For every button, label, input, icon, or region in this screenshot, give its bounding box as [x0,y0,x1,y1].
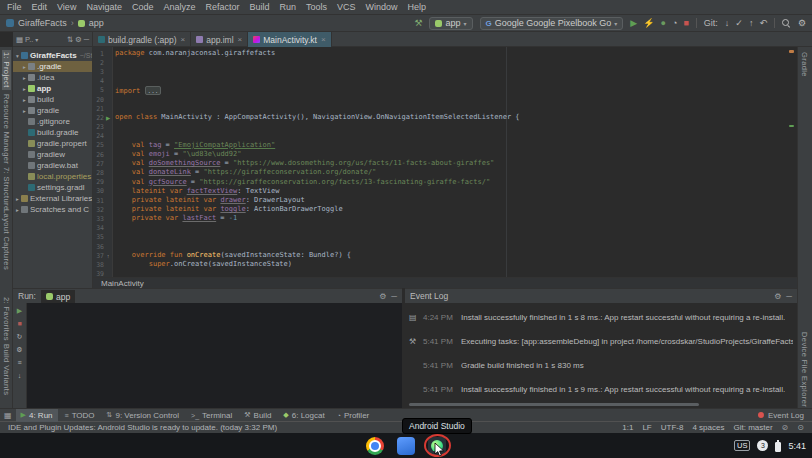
panel-settings-gear-icon[interactable]: ⚙ [75,35,82,44]
expand-arrow-icon[interactable]: ▾ [14,53,21,59]
tree-item-app[interactable]: ▸app [13,83,92,94]
run-gutter-icon[interactable]: ▶ [104,115,112,121]
search-everywhere-icon[interactable] [782,19,791,28]
menu-view[interactable]: View [52,2,81,12]
tool-window-button-2-favorites[interactable]: 2: Favorites [2,295,11,343]
tool-window-button-1-project[interactable]: 1: Project [2,50,11,90]
tree-item-settings-gradl[interactable]: settings.gradl [13,182,92,193]
tool-window-button-layout-captures[interactable]: Layout Captures [2,207,11,272]
tool-window-button-gradle[interactable]: Gradle [800,50,809,79]
tree-item-external-libraries[interactable]: ▸External Libraries [13,193,92,204]
tool-window-switcher-icon[interactable]: ▦ [4,411,12,420]
tree-item-build-gradle[interactable]: build.gradle [13,127,92,138]
tree-item-giraffefacts[interactable]: ▾GiraffeFacts~/Stu [13,50,92,61]
editor-tab-app-iml[interactable]: app.iml× [191,32,248,47]
expand-arrow-icon[interactable]: ▸ [21,86,28,92]
status-caret-position[interactable]: 1:1 [622,423,633,432]
debug-button[interactable]: ● [661,19,666,28]
menu-refactor[interactable]: Refactor [200,2,244,12]
editor-tab-build-gradle-app[interactable]: build.gradle (:app)× [93,32,191,47]
tree-item-gradle[interactable]: ▸gradle [13,105,92,116]
restart-activity-button[interactable]: ↻ [17,333,23,340]
chrome-app-icon[interactable] [366,437,384,455]
scroll-to-end-icon[interactable]: ↓ [18,372,22,379]
tree-item-local-properties[interactable]: local.properties [13,171,92,182]
tool-window-button-device-file-explorer[interactable]: Device File Explorer [800,330,809,409]
override-gutter-icon[interactable]: ↑ [104,253,112,259]
git-push-button[interactable]: ↑ [749,19,754,28]
git-commit-button[interactable]: ✓ [735,19,743,28]
minimize-panel-icon[interactable]: ─ [786,292,792,301]
tool-window-tab-todo[interactable]: ≡TODO [60,409,100,422]
tree-item-build[interactable]: ▸build [13,94,92,105]
tool-window-tab-build[interactable]: ⚒Build [239,409,276,422]
event-log-button[interactable]: Event Log [758,411,808,420]
hide-panel-icon[interactable]: ─ [84,35,89,44]
project-view-grid-icon[interactable]: ▦ [16,35,23,44]
tool-window-tab-terminal[interactable]: >_Terminal [186,409,237,422]
expand-arrow-icon[interactable]: ▸ [21,97,28,103]
tool-window-tab-6-logcat[interactable]: ◆6: Logcat [278,409,329,422]
expand-arrow-icon[interactable]: ▸ [14,207,21,213]
breadcrumb-project[interactable]: GiraffeFacts [18,18,67,28]
status-line-ending[interactable]: LF [642,423,651,432]
tool-window-tab-4-run[interactable]: ▶4: Run [16,409,58,422]
console-settings-icon[interactable]: ⚙ [16,346,22,353]
clock[interactable]: 5:41 [788,441,806,451]
menu-help[interactable]: Help [403,2,432,12]
run-configuration-select[interactable]: app ▾ [429,17,472,30]
stop-button[interactable]: ■ [683,19,688,28]
notifications-bell-icon[interactable]: ⊙ [797,423,804,432]
tool-window-button-build-variants[interactable]: Build Variants [2,342,11,397]
device-select[interactable]: G Google Google Pixelbook Go ▾ [480,17,624,30]
editor-tab-mainactivity-kt[interactable]: MainActivity.kt× [248,32,331,47]
breadcrumb-class[interactable]: MainActivity [101,279,144,288]
expand-arrow-icon[interactable]: ▸ [21,75,28,81]
tree-item-gradle-propert[interactable]: gradle.propert [13,138,92,149]
tool-window-tab-profiler[interactable]: ◔Profiler [332,409,375,422]
code-lines[interactable]: package com.naranjaconsal.giraffefactsim… [115,47,797,277]
keyboard-layout-indicator[interactable]: US [734,440,750,451]
tree-item-gradlew[interactable]: gradlew [13,149,92,160]
menu-vcs[interactable]: VCS [332,2,361,12]
taskbar-status-area[interactable]: US 3 5:41 [734,433,806,458]
run-tab-app[interactable]: app [41,290,75,303]
panel-settings-gear-icon[interactable]: ⚙ [379,292,386,301]
tool-window-tab-9-version-control[interactable]: ⇅9: Version Control [102,409,184,422]
write-lock-icon[interactable]: ⊘ [782,423,789,432]
breadcrumb-module[interactable]: app [89,18,104,28]
expand-arrow-icon[interactable]: ▸ [14,196,21,202]
tab-close-icon[interactable]: × [181,35,186,44]
tool-window-button-7-structure[interactable]: 7: Structure [2,165,11,213]
files-app-icon[interactable] [397,437,415,455]
panel-settings-gear-icon[interactable]: ⚙ [774,292,781,301]
menu-code[interactable]: Code [127,2,159,12]
git-rollback-button[interactable]: ↶ [759,19,767,28]
status-git-branch[interactable]: Git: master [733,423,772,432]
minimize-panel-icon[interactable]: ─ [391,292,397,301]
expand-arrow-icon[interactable]: ▸ [21,64,28,70]
menu-build[interactable]: Build [244,2,274,12]
select-opened-file-icon[interactable]: ⇅ [67,35,73,44]
tool-window-button-resource-manager[interactable]: Resource Manager [2,92,11,166]
run-button[interactable]: ▶ [630,19,637,28]
tree-item-gradle[interactable]: ▸.gradle [13,61,92,72]
menu-tools[interactable]: Tools [301,2,332,12]
apply-changes-button[interactable]: ⚡ [643,19,654,28]
console-menu-icon[interactable]: ≡ [17,359,21,366]
status-encoding[interactable]: UTF-8 [661,423,684,432]
status-message[interactable]: IDE and Plugin Updates: Android Studio i… [8,423,277,432]
status-indent[interactable]: 4 spaces [692,423,724,432]
tab-close-icon[interactable]: × [238,35,243,44]
menu-run[interactable]: Run [275,2,302,12]
menu-navigate[interactable]: Navigate [81,2,127,12]
expand-arrow-icon[interactable]: ▸ [21,108,28,114]
tab-close-icon[interactable]: × [321,35,326,44]
menu-window[interactable]: Window [361,2,403,12]
build-project-button[interactable]: ⚒ [414,19,422,28]
tree-item-gradlew-bat[interactable]: gradlew.bat [13,160,92,171]
run-console[interactable] [27,303,402,408]
settings-gear-icon[interactable]: ⚙ [798,19,806,28]
rerun-button[interactable]: ▶ [17,307,22,314]
menu-file[interactable]: File [2,2,27,12]
